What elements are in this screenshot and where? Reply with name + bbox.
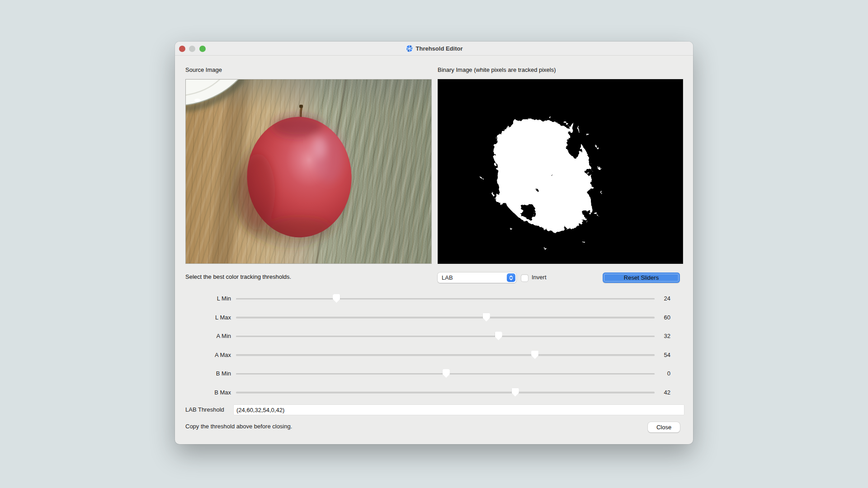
binary-blob-svg [438,80,683,263]
color-space-selected-value: LAB [442,274,453,281]
slider-row-b-max: B Max 42 [175,388,693,398]
slider-track[interactable] [236,298,655,300]
slider-row-l-max: L Max 60 [175,313,693,323]
window-title: Threhsold Editor [416,45,463,52]
slider-thumb[interactable] [531,351,538,359]
reset-sliders-button[interactable]: Reset Sliders [603,272,680,283]
source-image-label: Source Image [185,66,222,73]
slider-value: 54 [651,352,670,358]
binary-image-view [438,79,683,264]
source-photo-overlay [186,80,431,263]
slider-value: 32 [651,333,670,339]
source-image-view [185,79,432,264]
invert-checkbox[interactable] [521,275,528,282]
slider-value: 60 [651,314,670,321]
color-space-select[interactable]: LAB [438,272,516,283]
binary-image-label: Binary Image (white pixels are tracked p… [438,66,556,73]
slider-label: B Max [175,389,231,396]
slider-row-b-min: B Min 0 [175,369,693,379]
slider-row-a-min: A Min 32 [175,331,693,341]
chevron-up-down-icon [507,273,515,282]
slider-label: A Min [175,333,231,339]
slider-value: 24 [651,295,670,302]
slider-track[interactable] [236,354,655,356]
slider-value: 0 [651,370,670,377]
title-bar[interactable]: Threhsold Editor [175,42,693,56]
slider-thumb[interactable] [443,369,450,378]
slider-row-a-max: A Max 54 [175,350,693,360]
slider-label: A Max [175,352,231,358]
slider-label: L Min [175,295,231,302]
close-window-button[interactable] [179,46,185,52]
slider-track[interactable] [236,317,655,319]
slider-thumb[interactable] [495,332,502,340]
aperture-icon [406,45,413,52]
threshold-label: LAB Threshold [185,406,224,413]
slider-track[interactable] [236,392,655,394]
slider-thumb[interactable] [512,388,519,397]
slider-row-l-min: L Min 24 [175,294,693,304]
slider-thumb[interactable] [483,313,490,322]
minimize-window-button[interactable] [189,46,195,52]
slider-label: B Min [175,370,231,377]
close-button[interactable]: Close [648,422,680,432]
threshold-editor-window: Threhsold Editor Source Image Binary Ima… [175,42,693,444]
slider-thumb[interactable] [333,294,340,303]
slider-label: L Max [175,314,231,321]
slider-track[interactable] [236,336,655,338]
slider-value: 42 [651,389,670,396]
invert-checkbox-label: Invert [532,274,547,281]
instruction-text: Select the best color tracking threshold… [185,273,291,280]
zoom-window-button[interactable] [199,46,206,52]
threshold-value-field[interactable] [234,405,684,415]
footer-note: Copy the threshold above before closing. [185,423,292,430]
